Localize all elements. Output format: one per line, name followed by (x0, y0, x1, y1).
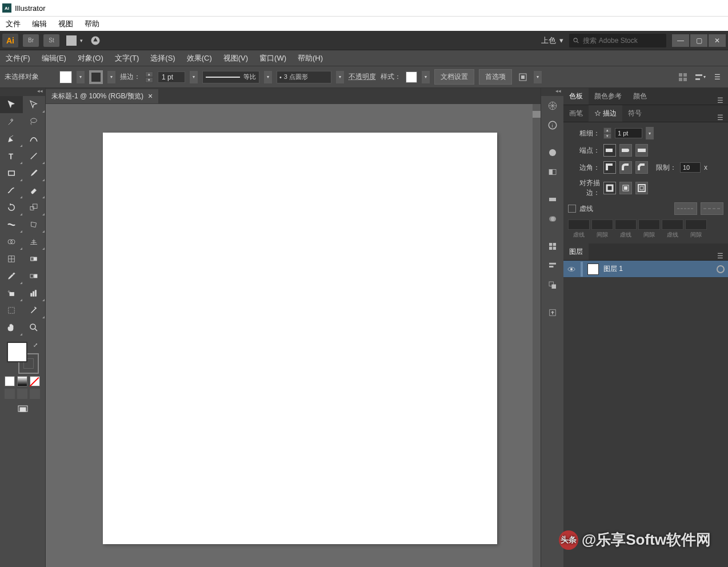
stroke-profile[interactable]: 等比 (202, 71, 259, 83)
transform-icon[interactable] (541, 237, 563, 256)
maximize-button[interactable]: ▢ (690, 34, 707, 47)
menu-help[interactable]: 帮助(H) (292, 53, 329, 63)
zoom-tool[interactable] (23, 319, 46, 336)
direct-selection-tool[interactable] (23, 96, 46, 113)
column-graph-tool[interactable] (23, 285, 46, 302)
align-inside-icon[interactable] (619, 182, 632, 194)
gpu-preview-icon[interactable] (87, 34, 103, 47)
gradient-tool[interactable] (23, 250, 46, 267)
menu-select[interactable]: 选择(S) (145, 53, 181, 63)
search-input[interactable] (583, 37, 663, 45)
gap-3[interactable] (685, 219, 707, 230)
osmenu-view[interactable]: 视图 (53, 19, 79, 29)
draw-behind-icon[interactable] (17, 389, 27, 399)
panel-menu-icon[interactable]: ☰ (713, 114, 728, 122)
eraser-tool[interactable] (23, 182, 46, 199)
color-panel-icon[interactable] (541, 143, 563, 162)
style-dropdown[interactable]: ▾ (422, 71, 430, 83)
lasso-tool[interactable] (23, 113, 46, 130)
menu-file[interactable]: 文件(F) (0, 53, 36, 63)
hand-tool[interactable] (0, 319, 23, 336)
panel-menu-icon[interactable]: ☰ (713, 252, 728, 260)
layer-row[interactable]: 图层 1 (563, 261, 728, 278)
stroke-weight-dropdown[interactable]: ▾ (646, 127, 654, 139)
miter-limit-field[interactable] (680, 162, 701, 173)
panel-menu-icon[interactable]: ☰ (713, 97, 728, 105)
fill-stroke-indicator[interactable]: ⤢ (7, 342, 39, 374)
ai-logo[interactable]: Ai (2, 34, 18, 47)
blend-tool[interactable] (23, 267, 46, 285)
stroke-weight-stepper[interactable]: ▴▾ (603, 127, 611, 139)
dashed-checkbox[interactable] (568, 205, 576, 213)
mesh-tool[interactable] (0, 250, 23, 267)
canvas-viewport[interactable] (46, 104, 541, 567)
color-mode-dropdown[interactable]: 上色 ▾ (541, 35, 563, 46)
dash-3[interactable] (662, 219, 683, 230)
shape-builder-tool[interactable] (0, 233, 23, 250)
screen-mode-icon[interactable] (18, 404, 28, 417)
dash-2[interactable] (615, 219, 637, 230)
menu-effect[interactable]: 效果(C) (181, 53, 218, 63)
tab-layers[interactable]: 图层 (563, 243, 589, 260)
minimize-button[interactable]: — (672, 34, 689, 47)
tab-symbols[interactable]: 符号 (622, 105, 647, 122)
symbol-sprayer-tool[interactable] (0, 285, 23, 302)
align-to-dropdown[interactable]: ▾ (534, 71, 542, 83)
corner-round-icon[interactable] (619, 161, 632, 174)
align-to-icon[interactable] (517, 71, 529, 83)
stroke-profile-dropdown[interactable]: ▾ (264, 71, 272, 83)
color-mode-gradient[interactable] (17, 376, 27, 386)
pen-tool[interactable] (0, 130, 23, 147)
fill-dropdown[interactable]: ▾ (77, 71, 85, 83)
type-tool[interactable]: T (0, 147, 23, 165)
align-outside-icon[interactable] (635, 182, 648, 194)
navigator-icon[interactable] (541, 96, 563, 115)
pencil-tool[interactable] (0, 182, 23, 199)
stroke-weight-dropdown[interactable]: ▾ (190, 71, 198, 83)
dash-align-icon[interactable] (701, 202, 723, 215)
transform-panel-icon[interactable] (677, 71, 689, 83)
align-dock-icon[interactable] (541, 256, 563, 275)
artboard-tool[interactable] (0, 302, 23, 319)
scale-tool[interactable] (23, 199, 46, 216)
dash-1[interactable] (568, 219, 590, 230)
close-button[interactable]: ✕ (709, 34, 726, 47)
draw-normal-icon[interactable] (5, 389, 15, 399)
corner-bevel-icon[interactable] (635, 161, 648, 174)
rotate-tool[interactable] (0, 199, 23, 216)
slice-tool[interactable] (23, 302, 46, 319)
fill-swatch[interactable] (59, 71, 72, 83)
artboard[interactable] (103, 133, 497, 544)
align-panel-icon[interactable]: ▾ (694, 71, 706, 83)
stroke-weight-input[interactable] (158, 71, 185, 83)
pathfinder-icon[interactable] (541, 275, 563, 295)
eyedropper-tool[interactable] (0, 267, 23, 285)
close-tab-icon[interactable]: × (148, 91, 153, 101)
draw-inside-icon[interactable] (30, 389, 40, 399)
opacity-label[interactable]: 不透明度 (349, 72, 376, 82)
menu-edit[interactable]: 编辑(E) (36, 53, 72, 63)
tab-brushes[interactable]: 画笔 (563, 105, 589, 122)
menu-view[interactable]: 视图(V) (218, 53, 254, 63)
osmenu-edit[interactable]: 编辑 (26, 19, 53, 29)
color-guide-icon[interactable] (541, 162, 563, 182)
brush-dropdown[interactable]: ▾ (336, 71, 344, 83)
selection-tool[interactable] (0, 96, 23, 113)
info-icon[interactable]: i (541, 115, 563, 135)
line-tool[interactable] (23, 147, 46, 165)
menu-type[interactable]: 文字(T) (109, 53, 145, 63)
paintbrush-tool[interactable] (23, 165, 46, 182)
corner-miter-icon[interactable] (603, 161, 616, 174)
osmenu-help[interactable]: 帮助 (79, 19, 105, 29)
menu-window[interactable]: 窗口(W) (254, 53, 292, 63)
free-transform-tool[interactable] (23, 216, 46, 233)
dash-preserve-icon[interactable] (674, 202, 697, 215)
scrollbar-thumb[interactable] (533, 111, 541, 118)
cap-round-icon[interactable] (619, 144, 632, 157)
width-tool[interactable] (0, 216, 23, 233)
visibility-icon[interactable] (567, 265, 576, 274)
export-icon[interactable] (541, 303, 563, 322)
stroke-weight-stepper[interactable]: ▴▾ (145, 71, 153, 83)
swap-fill-stroke-icon[interactable]: ⤢ (33, 342, 38, 348)
target-icon[interactable] (717, 265, 725, 273)
